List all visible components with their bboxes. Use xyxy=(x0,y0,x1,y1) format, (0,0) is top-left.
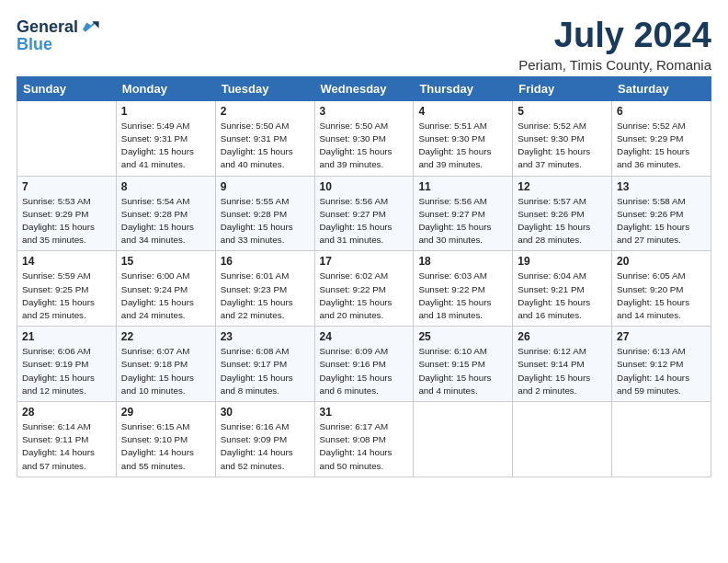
logo: General Blue xyxy=(17,17,100,54)
calendar-cell: 7Sunrise: 5:53 AM Sunset: 9:29 PM Daylig… xyxy=(17,176,117,251)
calendar-cell: 1Sunrise: 5:49 AM Sunset: 9:31 PM Daylig… xyxy=(116,100,215,176)
header-wednesday: Wednesday xyxy=(314,76,414,100)
calendar-cell xyxy=(612,402,711,477)
day-info: Sunrise: 6:03 AM Sunset: 9:22 PM Dayligh… xyxy=(418,270,507,322)
location-title: Periam, Timis County, Romania xyxy=(518,57,711,73)
day-number: 6 xyxy=(617,105,706,118)
day-info: Sunrise: 5:56 AM Sunset: 9:27 PM Dayligh… xyxy=(418,195,507,247)
week-row-4: 21Sunrise: 6:06 AM Sunset: 9:19 PM Dayli… xyxy=(17,327,711,402)
day-number: 4 xyxy=(418,105,507,118)
day-info: Sunrise: 6:08 AM Sunset: 9:17 PM Dayligh… xyxy=(221,345,310,397)
day-number: 25 xyxy=(418,330,507,343)
month-title: July 2024 xyxy=(518,17,711,55)
calendar-cell: 11Sunrise: 5:56 AM Sunset: 9:27 PM Dayli… xyxy=(414,176,513,251)
header-thursday: Thursday xyxy=(414,76,513,100)
calendar-cell: 14Sunrise: 5:59 AM Sunset: 9:25 PM Dayli… xyxy=(17,251,117,327)
page: General Blue July 2024 Periam, Timis Cou… xyxy=(0,0,728,563)
day-info: Sunrise: 5:50 AM Sunset: 9:30 PM Dayligh… xyxy=(320,120,409,172)
header-saturday: Saturday xyxy=(612,76,711,100)
calendar-cell: 22Sunrise: 6:07 AM Sunset: 9:18 PM Dayli… xyxy=(116,327,215,402)
day-number: 1 xyxy=(121,105,210,118)
day-number: 10 xyxy=(320,180,409,193)
day-number: 30 xyxy=(221,406,310,419)
logo-icon xyxy=(80,17,100,37)
day-info: Sunrise: 5:56 AM Sunset: 9:27 PM Dayligh… xyxy=(320,195,409,247)
calendar-cell: 20Sunrise: 6:05 AM Sunset: 9:20 PM Dayli… xyxy=(612,251,711,327)
calendar-cell: 25Sunrise: 6:10 AM Sunset: 9:15 PM Dayli… xyxy=(414,327,513,402)
calendar-cell: 2Sunrise: 5:50 AM Sunset: 9:31 PM Daylig… xyxy=(215,100,314,176)
day-number: 11 xyxy=(418,180,507,193)
day-number: 17 xyxy=(320,255,409,268)
calendar-cell: 13Sunrise: 5:58 AM Sunset: 9:26 PM Dayli… xyxy=(612,176,711,251)
logo-general: General xyxy=(17,17,78,37)
day-info: Sunrise: 5:54 AM Sunset: 9:28 PM Dayligh… xyxy=(121,195,210,247)
day-number: 5 xyxy=(518,105,607,118)
day-info: Sunrise: 6:05 AM Sunset: 9:20 PM Dayligh… xyxy=(617,270,706,322)
calendar-cell: 5Sunrise: 5:52 AM Sunset: 9:30 PM Daylig… xyxy=(513,100,612,176)
day-info: Sunrise: 6:15 AM Sunset: 9:10 PM Dayligh… xyxy=(121,420,210,473)
calendar-cell xyxy=(17,100,117,176)
day-number: 7 xyxy=(22,180,111,193)
header-sunday: Sunday xyxy=(17,76,117,100)
calendar-cell: 31Sunrise: 6:17 AM Sunset: 9:08 PM Dayli… xyxy=(314,402,414,477)
calendar-cell: 16Sunrise: 6:01 AM Sunset: 9:23 PM Dayli… xyxy=(215,251,314,327)
calendar-cell: 28Sunrise: 6:14 AM Sunset: 9:11 PM Dayli… xyxy=(17,402,117,477)
calendar-cell: 26Sunrise: 6:12 AM Sunset: 9:14 PM Dayli… xyxy=(513,327,612,402)
header: General Blue July 2024 Periam, Timis Cou… xyxy=(17,17,711,73)
calendar-cell: 17Sunrise: 6:02 AM Sunset: 9:22 PM Dayli… xyxy=(314,251,414,327)
day-info: Sunrise: 6:10 AM Sunset: 9:15 PM Dayligh… xyxy=(418,345,507,397)
header-monday: Monday xyxy=(116,76,215,100)
day-number: 23 xyxy=(221,330,310,343)
day-number: 21 xyxy=(22,330,111,343)
day-number: 20 xyxy=(617,255,706,268)
calendar-cell: 12Sunrise: 5:57 AM Sunset: 9:26 PM Dayli… xyxy=(513,176,612,251)
day-info: Sunrise: 5:52 AM Sunset: 9:29 PM Dayligh… xyxy=(617,120,706,172)
calendar-cell: 8Sunrise: 5:54 AM Sunset: 9:28 PM Daylig… xyxy=(116,176,215,251)
day-number: 15 xyxy=(121,255,210,268)
day-info: Sunrise: 6:14 AM Sunset: 9:11 PM Dayligh… xyxy=(22,420,111,473)
day-info: Sunrise: 6:01 AM Sunset: 9:23 PM Dayligh… xyxy=(221,270,310,322)
day-info: Sunrise: 6:06 AM Sunset: 9:19 PM Dayligh… xyxy=(22,345,111,397)
day-number: 2 xyxy=(221,105,310,118)
day-number: 16 xyxy=(221,255,310,268)
calendar-cell: 3Sunrise: 5:50 AM Sunset: 9:30 PM Daylig… xyxy=(314,100,414,176)
day-info: Sunrise: 6:16 AM Sunset: 9:09 PM Dayligh… xyxy=(221,420,310,473)
calendar-cell: 19Sunrise: 6:04 AM Sunset: 9:21 PM Dayli… xyxy=(513,251,612,327)
title-block: July 2024 Periam, Timis County, Romania xyxy=(518,17,711,73)
day-number: 8 xyxy=(121,180,210,193)
calendar-cell: 15Sunrise: 6:00 AM Sunset: 9:24 PM Dayli… xyxy=(116,251,215,327)
calendar-cell: 9Sunrise: 5:55 AM Sunset: 9:28 PM Daylig… xyxy=(215,176,314,251)
day-number: 18 xyxy=(418,255,507,268)
header-friday: Friday xyxy=(513,76,612,100)
day-info: Sunrise: 6:00 AM Sunset: 9:24 PM Dayligh… xyxy=(121,270,210,322)
day-info: Sunrise: 5:57 AM Sunset: 9:26 PM Dayligh… xyxy=(518,195,607,247)
calendar-cell: 27Sunrise: 6:13 AM Sunset: 9:12 PM Dayli… xyxy=(612,327,711,402)
calendar-cell xyxy=(414,402,513,477)
calendar-cell: 23Sunrise: 6:08 AM Sunset: 9:17 PM Dayli… xyxy=(215,327,314,402)
day-number: 26 xyxy=(518,330,607,343)
day-number: 14 xyxy=(22,255,111,268)
calendar-cell: 24Sunrise: 6:09 AM Sunset: 9:16 PM Dayli… xyxy=(314,327,414,402)
calendar-cell: 10Sunrise: 5:56 AM Sunset: 9:27 PM Dayli… xyxy=(314,176,414,251)
day-number: 29 xyxy=(121,406,210,419)
calendar-cell: 29Sunrise: 6:15 AM Sunset: 9:10 PM Dayli… xyxy=(116,402,215,477)
day-info: Sunrise: 6:04 AM Sunset: 9:21 PM Dayligh… xyxy=(518,270,607,322)
day-number: 12 xyxy=(518,180,607,193)
day-number: 31 xyxy=(320,406,409,419)
week-row-1: 1Sunrise: 5:49 AM Sunset: 9:31 PM Daylig… xyxy=(17,100,711,176)
header-tuesday: Tuesday xyxy=(215,76,314,100)
day-info: Sunrise: 6:02 AM Sunset: 9:22 PM Dayligh… xyxy=(320,270,409,322)
day-info: Sunrise: 6:13 AM Sunset: 9:12 PM Dayligh… xyxy=(617,345,706,397)
week-row-5: 28Sunrise: 6:14 AM Sunset: 9:11 PM Dayli… xyxy=(17,402,711,477)
day-number: 13 xyxy=(617,180,706,193)
day-info: Sunrise: 6:12 AM Sunset: 9:14 PM Dayligh… xyxy=(518,345,607,397)
day-info: Sunrise: 5:59 AM Sunset: 9:25 PM Dayligh… xyxy=(22,270,111,322)
day-info: Sunrise: 6:07 AM Sunset: 9:18 PM Dayligh… xyxy=(121,345,210,397)
week-row-2: 7Sunrise: 5:53 AM Sunset: 9:29 PM Daylig… xyxy=(17,176,711,251)
day-info: Sunrise: 5:58 AM Sunset: 9:26 PM Dayligh… xyxy=(617,195,706,247)
logo-text: General xyxy=(17,17,100,37)
calendar-cell: 21Sunrise: 6:06 AM Sunset: 9:19 PM Dayli… xyxy=(17,327,117,402)
day-info: Sunrise: 5:51 AM Sunset: 9:30 PM Dayligh… xyxy=(418,120,507,172)
calendar-cell: 4Sunrise: 5:51 AM Sunset: 9:30 PM Daylig… xyxy=(414,100,513,176)
calendar-cell: 6Sunrise: 5:52 AM Sunset: 9:29 PM Daylig… xyxy=(612,100,711,176)
